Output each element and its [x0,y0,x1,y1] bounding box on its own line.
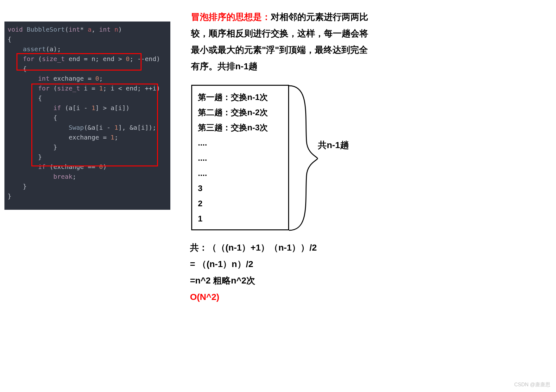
type-int3: int [38,75,49,82]
pass-diagram: 第一趟：交换n-1次 第二趟：交换n-2次 第三趟：交换n-3次 .... ..… [191,85,289,230]
list-item: 第二趟：交换n-2次 [198,105,288,120]
num-0b: 0 [95,75,99,82]
list-item: 第三趟：交换n-3次 [198,120,288,135]
formula-line: 共：（（(n-1）+1）（n-1））/2 [190,240,317,256]
highlight-outer-loop [16,53,142,71]
list-item: 2 [198,196,288,211]
list-item: .... [198,150,288,165]
formula-line: = （(n-1）n）/2 [190,256,317,272]
complexity-formula: 共：（（(n-1）+1）（n-1））/2 = （(n-1）n）/2 =n^2 粗… [190,240,317,305]
fn-name: BubbleSort [27,26,65,33]
ptr-star: * [80,26,84,33]
list-item: 第一趟：交换n-1次 [198,90,288,105]
fn-assert: assert [23,45,46,53]
curly-brace-icon [287,84,325,233]
var-exchange: exchange [54,75,84,82]
param-n: n [114,26,118,33]
type-int2: int [99,26,111,33]
description-text: 冒泡排序的思想是：对相邻的元素进行两两比较，顺序相反则进行交换，这样，每一趟会将… [191,9,371,75]
param-a: a [88,26,92,33]
highlight-inner-loop [31,84,158,166]
list-item: 1 [198,211,288,226]
brace-close2: } [23,183,27,190]
list-item: 3 [198,181,288,196]
brace-label: 共n-1趟 [318,139,349,151]
list-item: .... [198,165,288,181]
desc-lead: 冒泡排序的思想是： [191,12,271,22]
formula-bigO: O(N^2) [190,289,317,305]
list-item: .... [198,135,288,150]
brace-close1: } [8,192,11,200]
watermark: CSDN @唐唐思 [514,382,550,388]
brace-open: { [8,35,11,43]
assert-arg: a [49,45,53,53]
formula-line: =n^2 粗略n^2次 [190,272,317,289]
kw-void: void [8,26,23,33]
kw-break: break [54,173,73,180]
type-int: int [69,26,80,33]
